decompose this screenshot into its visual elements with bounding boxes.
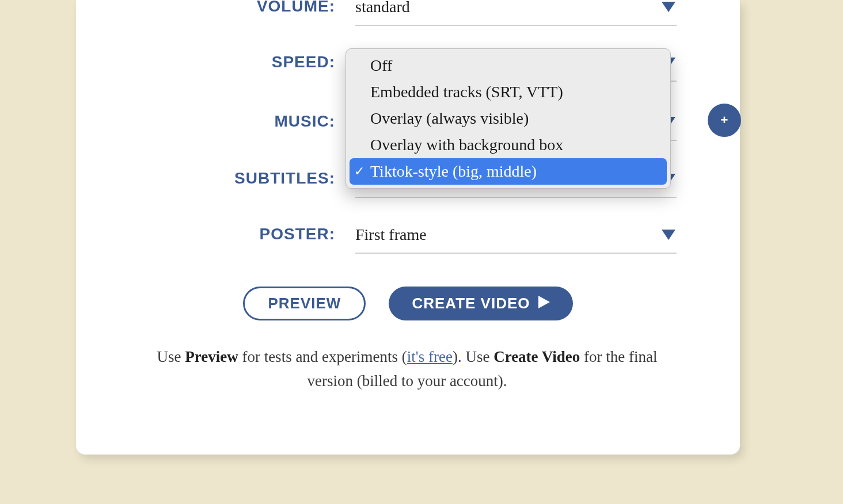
volume-label: VOLUME: [257,0,335,16]
hint-text: Use Preview for tests and experiments (i… [154,345,660,394]
add-music-button[interactable]: + [708,104,741,137]
subtitles-label: SUBTITLES: [234,169,335,188]
music-label: MUSIC: [274,112,335,131]
chevron-down-icon [662,2,675,13]
poster-select[interactable]: First frame [355,225,677,254]
svg-marker-5 [538,296,550,308]
dropdown-option-overlay-box[interactable]: Overlay with background box [350,132,667,158]
speed-label: SPEED: [272,53,335,71]
free-link[interactable]: it's free [407,348,453,365]
dropdown-option-off[interactable]: Off [350,52,667,79]
settings-card: VOLUME: standard SPEED: MUSIC: + SUBTITL… [76,0,740,455]
subtitles-dropdown: Off Embedded tracks (SRT, VTT) Overlay (… [345,48,671,189]
action-buttons: PREVIEW CREATE VIDEO [76,287,740,320]
dropdown-option-overlay[interactable]: Overlay (always visible) [350,105,667,132]
plus-icon: + [721,113,728,128]
check-icon: ✓ [354,164,364,179]
poster-value: First frame [355,226,427,243]
dropdown-option-tiktok[interactable]: ✓ Tiktok-style (big, middle) [350,158,667,185]
volume-value: standard [355,0,410,16]
create-label: CREATE VIDEO [412,295,530,312]
preview-label: PREVIEW [268,295,341,312]
dropdown-option-embedded[interactable]: Embedded tracks (SRT, VTT) [350,79,667,105]
svg-marker-0 [662,2,675,12]
chevron-down-icon [662,230,675,241]
preview-button[interactable]: PREVIEW [243,287,366,320]
poster-label: POSTER: [260,225,335,243]
volume-select[interactable]: standard [355,0,677,26]
play-icon [538,295,550,312]
svg-marker-4 [662,230,675,240]
create-video-button[interactable]: CREATE VIDEO [389,287,572,320]
dropdown-option-label: Tiktok-style (big, middle) [370,162,537,180]
